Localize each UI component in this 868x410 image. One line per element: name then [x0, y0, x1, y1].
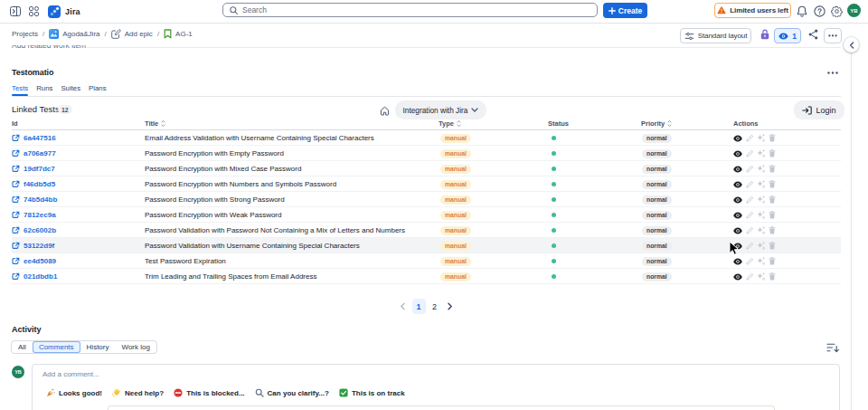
sparkle-button[interactable] — [757, 242, 765, 250]
test-id-link[interactable]: 53122d9f — [12, 238, 54, 253]
filter-work-log[interactable]: Work log — [115, 341, 156, 353]
view-more-button[interactable] — [824, 28, 842, 43]
eye-action-button[interactable] — [733, 196, 742, 204]
sparkle-button[interactable] — [757, 134, 765, 142]
eye-action-button[interactable] — [733, 227, 742, 234]
tab-tests[interactable]: Tests — [12, 84, 28, 96]
app-switcher-icon[interactable] — [29, 6, 39, 16]
column-sort-icon[interactable] — [161, 119, 165, 128]
filter-history[interactable]: History — [80, 341, 116, 353]
pagination-next[interactable] — [444, 299, 457, 314]
quick-reply-button[interactable]: This is blocked... — [174, 388, 244, 397]
filter-comments[interactable]: Comments — [33, 341, 80, 353]
sparkle-button[interactable] — [757, 149, 765, 157]
edit-row-button[interactable] — [746, 258, 753, 265]
type-badge: manual — [440, 180, 471, 189]
trash-button[interactable] — [769, 134, 776, 142]
sparkle-button[interactable] — [757, 195, 765, 204]
eye-action-button[interactable] — [733, 166, 742, 173]
sparkle-button[interactable] — [757, 180, 765, 188]
lock-icon[interactable] — [760, 29, 769, 40]
tab-suites[interactable]: Suites — [61, 84, 80, 96]
quick-reply-button[interactable]: Looks good! — [46, 388, 102, 397]
quick-reply-button[interactable]: Can you clarify...? — [255, 388, 329, 397]
notifications-icon[interactable] — [797, 5, 807, 17]
test-id-link[interactable]: 19df7dc7 — [12, 161, 55, 176]
breadcrumb-item-label: Agoda&Jira — [62, 30, 99, 38]
settings-icon[interactable] — [831, 5, 843, 17]
test-id-link[interactable]: 6a447516 — [12, 130, 56, 146]
column-sort-icon[interactable] — [667, 119, 672, 128]
trash-button[interactable] — [769, 195, 776, 204]
comment-box[interactable]: Add a comment... Looks good! Need help? … — [32, 364, 840, 410]
eye-action-button[interactable] — [733, 212, 742, 219]
edit-row-button[interactable] — [746, 135, 753, 142]
edit-row-button[interactable] — [746, 166, 753, 173]
sidebar-toggle-icon[interactable] — [10, 6, 21, 16]
test-id-link[interactable]: ee4d5089 — [12, 253, 56, 269]
standard-layout-button[interactable]: Standard layout — [680, 28, 751, 43]
test-id-link[interactable]: f46db5d5 — [12, 176, 55, 192]
watchers-button[interactable]: 1 — [774, 28, 801, 43]
test-id-link[interactable]: 021dbdb1 — [12, 269, 57, 284]
edit-row-button[interactable] — [746, 181, 753, 188]
filter-all[interactable]: All — [12, 341, 33, 353]
jira-logo[interactable] — [48, 5, 61, 18]
tab-plans[interactable]: Plans — [89, 84, 107, 96]
edit-row-button[interactable] — [746, 196, 753, 204]
edit-row-button[interactable] — [746, 227, 753, 234]
trash-button[interactable] — [769, 226, 776, 234]
limited-users-button[interactable]: Limited users left — [714, 3, 791, 18]
trash-button[interactable] — [769, 257, 776, 265]
quick-reply-button[interactable]: This is on track — [339, 388, 405, 397]
edit-row-button[interactable] — [746, 150, 753, 157]
edit-row-button[interactable] — [746, 212, 753, 219]
pagination-page-2[interactable]: 2 — [429, 299, 441, 314]
home-icon[interactable] — [380, 106, 390, 116]
eye-action-button[interactable] — [733, 135, 742, 142]
edit-row-button[interactable] — [746, 243, 753, 250]
eye-action-button[interactable] — [733, 150, 742, 157]
quick-reply-button[interactable]: Need help? — [112, 388, 164, 397]
eye-action-button[interactable] — [733, 273, 742, 281]
trash-button[interactable] — [769, 165, 776, 173]
help-icon[interactable] — [814, 5, 826, 17]
breadcrumb-item[interactable]: AG-1 — [164, 29, 193, 39]
trash-button[interactable] — [769, 149, 776, 157]
breadcrumb-item[interactable]: Projects — [12, 30, 38, 38]
sort-newest-icon[interactable] — [826, 342, 839, 353]
test-id-link[interactable]: 62c6002b — [12, 223, 56, 238]
edit-row-button[interactable] — [746, 273, 753, 281]
sparkle-button[interactable] — [757, 226, 765, 234]
eye-action-button[interactable] — [733, 243, 742, 250]
sparkle-button[interactable] — [757, 165, 765, 173]
trash-button[interactable] — [769, 180, 776, 188]
search-input[interactable]: Search — [222, 3, 598, 17]
test-id-link[interactable]: 7812ec9a — [12, 207, 56, 223]
sparkle-button[interactable] — [757, 211, 765, 219]
sparkle-button[interactable] — [757, 272, 765, 281]
user-avatar[interactable]: YB — [847, 4, 861, 17]
create-button[interactable]: Create — [603, 3, 647, 18]
test-type-cell: manual — [440, 192, 471, 207]
expand-panel-button[interactable] — [844, 37, 859, 52]
column-sort-icon[interactable] — [457, 119, 461, 128]
eye-action-button[interactable] — [733, 181, 742, 188]
pagination-page-1[interactable]: 1 — [412, 299, 426, 314]
test-id-link[interactable]: a706a977 — [12, 146, 56, 161]
column-header-type[interactable]: Type — [439, 119, 461, 128]
trash-button[interactable] — [769, 211, 776, 219]
column-header-title[interactable]: Title — [145, 119, 165, 128]
breadcrumb-item[interactable]: Agoda&Jira — [49, 29, 99, 39]
trash-button[interactable] — [769, 242, 776, 250]
pagination-prev[interactable] — [397, 299, 410, 314]
column-header-priority[interactable]: Priority — [641, 119, 672, 128]
panel-more-button[interactable] — [826, 67, 840, 78]
tab-runs[interactable]: Runs — [36, 84, 52, 96]
trash-button[interactable] — [769, 272, 776, 281]
share-icon[interactable] — [808, 29, 818, 40]
sparkle-button[interactable] — [757, 257, 765, 265]
eye-action-button[interactable] — [733, 258, 742, 265]
test-id-link[interactable]: 74b5d4bb — [12, 192, 57, 207]
breadcrumb-item[interactable]: Add epic — [111, 29, 153, 39]
